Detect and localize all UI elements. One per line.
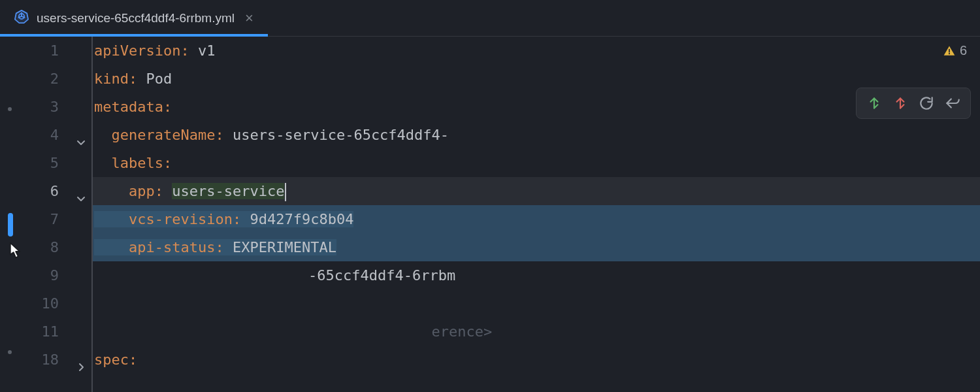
tab-active[interactable]: users-service-65ccf4ddf4-6rrbm.yml × [0,0,268,36]
line-number: 2 [20,65,64,93]
line-number: 1 [20,37,64,65]
code-line[interactable]: api-status: EXPERIMENTAL [93,233,980,261]
code-line[interactable]: kind: Pod [93,65,980,93]
code-line[interactable]: erence> [93,318,980,346]
line-number: 9 [20,261,64,289]
code-line[interactable] [93,289,980,318]
code-line[interactable] [93,261,980,289]
kubernetes-icon [14,9,29,27]
editor: 1 2 3 4 5 6 7 8 9 10 11 18 [0,37,980,392]
fold-gutter [64,37,91,392]
tabbar: users-service-65ccf4ddf4-6rrbm.yml × [0,0,980,37]
code-line[interactable]: app: users-service [93,177,980,205]
code-line[interactable]: metadata: [93,93,980,121]
fold-toggle-icon[interactable] [7,353,86,392]
code-line[interactable]: vcs-revision: 9d427f9c8b04 [93,205,980,233]
code-line[interactable]: apiVersion: v1 [93,37,980,65]
tab-filename: users-service-65ccf4ddf4-6rrbm.yml [37,11,235,25]
text-caret [285,183,286,201]
code-line[interactable]: labels: [93,149,980,177]
code-area[interactable]: apiVersion: v1 kind: Pod metadata: gener… [91,37,980,392]
code-line[interactable]: generateName: users-service-65ccf4ddf4- [93,121,980,149]
line-number: 10 [20,289,64,318]
tab-close-icon[interactable]: × [245,11,253,25]
code-line[interactable]: spec: [93,346,980,374]
